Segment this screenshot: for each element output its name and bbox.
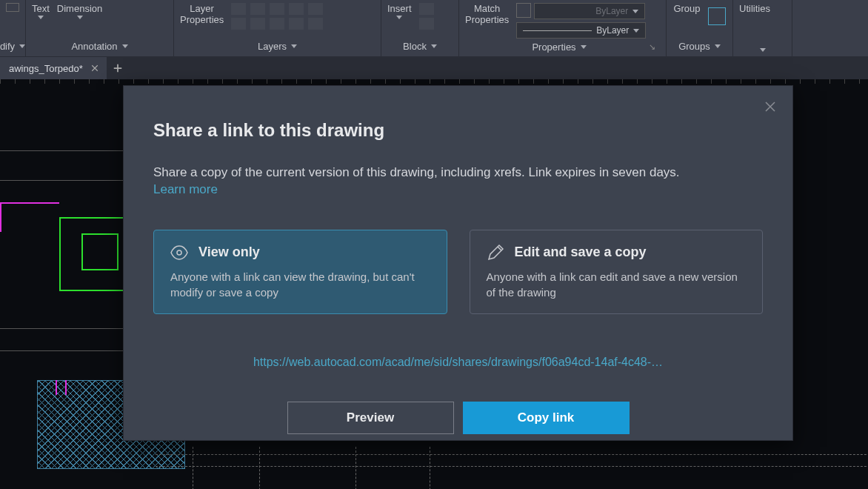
chevron-down-icon	[632, 10, 638, 13]
chevron-down-icon	[431, 44, 437, 48]
chevron-down-icon	[19, 44, 25, 48]
insert-button[interactable]: Insert	[387, 3, 412, 19]
chevron-down-icon	[581, 45, 587, 49]
file-tab-label: awings_Torpedo*	[9, 63, 83, 74]
annotation-panel-label[interactable]: Annotation	[32, 38, 167, 56]
preview-button[interactable]: Preview	[287, 402, 454, 434]
chevron-down-icon	[396, 16, 402, 19]
chevron-down-icon	[38, 16, 44, 19]
modify-panel-label[interactable]: dify	[6, 38, 19, 56]
close-button[interactable]	[763, 99, 778, 114]
match-properties-button[interactable]: Match Properties	[465, 3, 509, 25]
edit-copy-option[interactable]: Edit and save a copy Anyone with a link …	[470, 230, 764, 314]
utilities-label: Utilities	[739, 3, 770, 14]
option-description: Anyone with a link can edit and save a n…	[487, 269, 747, 300]
eye-icon	[170, 244, 188, 262]
ribbon-panel-block: Insert Block	[381, 0, 459, 56]
share-options: View only Anyone with a link can view th…	[153, 230, 763, 314]
modal-overlay: Share a link to this drawing Share a cop…	[0, 79, 868, 489]
layers-panel-label[interactable]: Layers	[180, 38, 375, 56]
share-dialog: Share a link to this drawing Share a cop…	[123, 85, 793, 441]
file-tab[interactable]: awings_Torpedo*	[0, 57, 107, 79]
block-tool-icon[interactable]	[419, 18, 434, 30]
option-title: View only	[198, 245, 260, 260]
ribbon-panel-layers: Layer Properties Layers	[174, 0, 381, 56]
chevron-down-icon	[760, 48, 766, 52]
share-url[interactable]: https://web.autocad.com/acad/me/sid/shar…	[153, 356, 763, 369]
group-button[interactable]: Group	[673, 3, 700, 14]
chevron-down-icon	[122, 44, 128, 48]
dialog-title: Share a link to this drawing	[153, 120, 763, 141]
copy-link-button[interactable]: Copy link	[463, 402, 630, 434]
utilities-panel-label[interactable]	[739, 45, 786, 56]
groups-panel-label[interactable]: Groups	[672, 38, 727, 56]
text-button[interactable]: Text	[32, 3, 50, 19]
option-title: Edit and save a copy	[515, 245, 647, 260]
ribbon-toolbar: dify Text Dimension Annotation Layer Pro…	[0, 0, 868, 57]
ribbon-panel-modify: dify	[0, 0, 26, 56]
block-panel-label[interactable]: Block	[387, 38, 453, 56]
ribbon-panel-properties: Match Properties ByLayer ByLayer Propert…	[459, 0, 667, 56]
block-tool-icon[interactable]	[419, 3, 434, 15]
modify-icon[interactable]	[6, 3, 19, 12]
ribbon-panel-annotation: Text Dimension Annotation	[26, 0, 174, 56]
file-tab-bar: awings_Torpedo*	[0, 57, 868, 79]
pencil-icon	[487, 244, 504, 262]
layer-tool-icons[interactable]	[231, 3, 324, 31]
color-swatch[interactable]	[516, 3, 531, 18]
view-only-option[interactable]: View only Anyone with a link can view th…	[153, 230, 447, 314]
layer-properties-button[interactable]: Layer Properties	[180, 3, 224, 25]
dialog-buttons: Preview Copy link	[153, 402, 763, 434]
properties-panel-label[interactable]: Properties ↘	[465, 39, 660, 57]
svg-point-0	[177, 250, 181, 255]
option-description: Anyone with a link can view the drawing,…	[170, 269, 430, 300]
dimension-button[interactable]: Dimension	[57, 3, 102, 19]
chevron-down-icon	[77, 16, 83, 19]
chevron-down-icon	[715, 44, 721, 48]
close-icon[interactable]	[89, 62, 101, 74]
chevron-down-icon	[633, 29, 639, 33]
group-select-icon[interactable]	[708, 7, 726, 25]
learn-more-link[interactable]: Learn more	[153, 182, 218, 196]
bylayer-dropdown[interactable]: ByLayer	[534, 3, 645, 19]
new-tab-button[interactable]	[107, 57, 129, 79]
linetype-dropdown[interactable]: ByLayer	[516, 22, 646, 39]
ribbon-panel-utilities: Utilities	[733, 0, 792, 56]
chevron-down-icon	[291, 44, 297, 48]
ribbon-panel-groups: Group Groups	[667, 0, 733, 56]
dialog-description: Share a copy of the current version of t…	[153, 163, 763, 182]
